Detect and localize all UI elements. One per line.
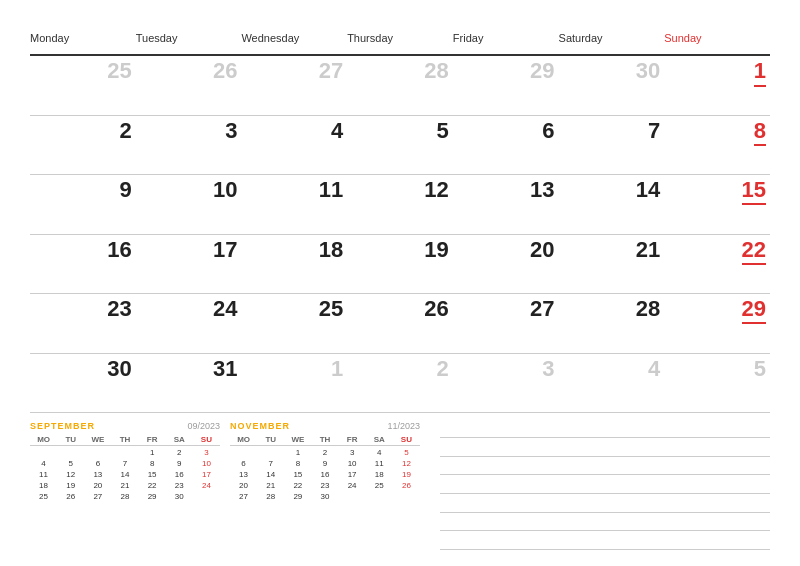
day-header-wednesday: Wednesday: [241, 28, 347, 56]
note-line: [440, 534, 770, 550]
day-number: 22: [742, 238, 766, 265]
day-cell: 21: [559, 235, 665, 294]
mini-day-header: FR: [339, 435, 366, 446]
day-cell: 15: [664, 175, 770, 234]
mini-day: 6: [84, 458, 111, 469]
mini-day: 3: [193, 447, 220, 458]
day-cell: 5: [347, 116, 453, 175]
mini-day: 18: [30, 480, 57, 491]
mini-day: 1: [139, 447, 166, 458]
day-number: 9: [119, 178, 131, 202]
mini-cal-header: SEPTEMBER09/2023: [30, 421, 220, 431]
mini-day: [393, 491, 420, 502]
day-cell: 1: [664, 56, 770, 115]
mini-day: 9: [166, 458, 193, 469]
mini-day: 5: [393, 447, 420, 458]
mini-day: 3: [339, 447, 366, 458]
mini-day: 13: [230, 469, 257, 480]
mini-day: 27: [84, 491, 111, 502]
note-line: [440, 478, 770, 494]
calendar-page: MondayTuesdayWednesdayThursdayFridaySatu…: [0, 0, 800, 566]
day-cell: 27: [453, 294, 559, 353]
mini-day: 19: [393, 469, 420, 480]
day-cell: 31: [136, 354, 242, 413]
mini-day: 5: [57, 458, 84, 469]
day-number: 27: [319, 59, 343, 83]
main-calendar-grid: MondayTuesdayWednesdayThursdayFridaySatu…: [30, 28, 770, 413]
mini-calendars: SEPTEMBER09/2023MOTUWETHFRSASU1234567891…: [30, 421, 420, 551]
day-number: 17: [213, 238, 237, 262]
day-cell: 24: [136, 294, 242, 353]
day-number: 7: [648, 119, 660, 143]
mini-day: 21: [111, 480, 138, 491]
mini-day: [230, 447, 257, 458]
day-number: 3: [225, 119, 237, 143]
mini-day: 7: [257, 458, 284, 469]
day-cell: 25: [241, 294, 347, 353]
day-cell: 26: [347, 294, 453, 353]
mini-day: 1: [284, 447, 311, 458]
mini-grid: MOTUWETHFRSASU12345678910111213141516171…: [30, 435, 220, 502]
day-header-tuesday: Tuesday: [136, 28, 242, 56]
day-cell: 19: [347, 235, 453, 294]
day-number: 20: [530, 238, 554, 262]
mini-day: 13: [84, 469, 111, 480]
day-number: 11: [319, 178, 343, 202]
mini-day: 23: [311, 480, 338, 491]
day-cell: 4: [241, 116, 347, 175]
day-cell: 3: [453, 354, 559, 413]
day-cell: 30: [30, 354, 136, 413]
day-number: 24: [213, 297, 237, 321]
mini-day: 15: [139, 469, 166, 480]
mini-day: 28: [111, 491, 138, 502]
day-number: 29: [530, 59, 554, 83]
day-cell: 2: [30, 116, 136, 175]
mini-day: 15: [284, 469, 311, 480]
day-header-monday: Monday: [30, 28, 136, 56]
mini-day: 27: [230, 491, 257, 502]
mini-day: 12: [57, 469, 84, 480]
day-number: 15: [742, 178, 766, 205]
mini-grid: MOTUWETHFRSASU12345678910111213141516171…: [230, 435, 420, 502]
note-line: [440, 422, 770, 438]
day-cell: 17: [136, 235, 242, 294]
day-number: 4: [331, 119, 343, 143]
notes-section: [420, 421, 770, 551]
day-number: 5: [754, 357, 766, 381]
day-number: 1: [754, 59, 766, 86]
mini-year-label: 09/2023: [187, 421, 220, 431]
day-header-saturday: Saturday: [559, 28, 665, 56]
mini-day: 6: [230, 458, 257, 469]
day-cell: 11: [241, 175, 347, 234]
day-cell: 7: [559, 116, 665, 175]
mini-day: 12: [393, 458, 420, 469]
mini-day: 10: [339, 458, 366, 469]
day-cell: 14: [559, 175, 665, 234]
day-cell: 25: [30, 56, 136, 115]
mini-day: [257, 447, 284, 458]
day-cell: 29: [664, 294, 770, 353]
mini-day-header: WE: [84, 435, 111, 446]
mini-day-header: TH: [311, 435, 338, 446]
mini-day: [111, 447, 138, 458]
day-cell: 4: [559, 354, 665, 413]
mini-day: 29: [139, 491, 166, 502]
mini-day: 11: [30, 469, 57, 480]
day-number: 19: [424, 238, 448, 262]
mini-day: [57, 447, 84, 458]
day-number: 5: [437, 119, 449, 143]
day-number: 3: [542, 357, 554, 381]
day-cell: 12: [347, 175, 453, 234]
mini-day: 16: [311, 469, 338, 480]
mini-day: 30: [311, 491, 338, 502]
note-line: [440, 441, 770, 457]
day-number: 1: [331, 357, 343, 381]
day-cell: 30: [559, 56, 665, 115]
mini-day: 26: [57, 491, 84, 502]
day-number: 2: [437, 357, 449, 381]
day-number: 25: [319, 297, 343, 321]
mini-day-header: SU: [193, 435, 220, 446]
day-number: 26: [424, 297, 448, 321]
day-cell: 8: [664, 116, 770, 175]
mini-day: 17: [339, 469, 366, 480]
